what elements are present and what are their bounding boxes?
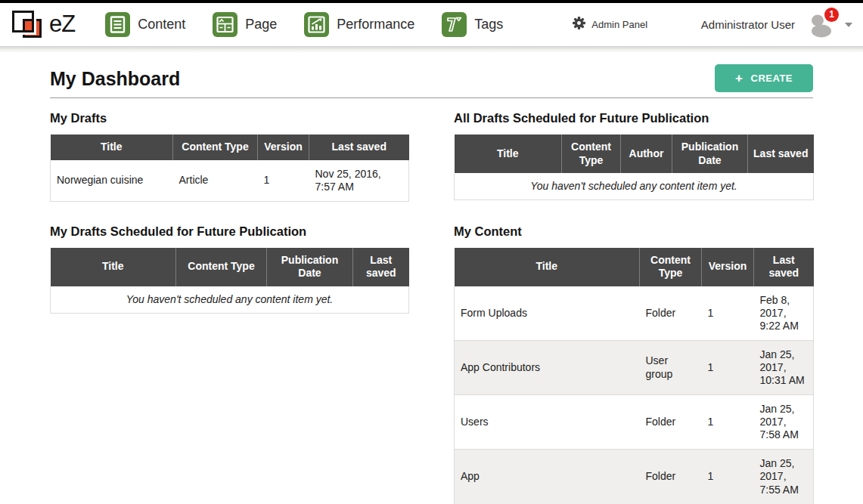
admin-panel-button[interactable]: Admin Panel bbox=[573, 17, 647, 32]
create-button[interactable]: + CREATE bbox=[715, 64, 813, 92]
dashboard-page: My Dashboard + CREATE My Drafts Title Co… bbox=[0, 68, 863, 504]
column-header: Title bbox=[51, 135, 173, 160]
nav-item-performance[interactable]: Performance bbox=[304, 12, 414, 37]
performance-icon bbox=[304, 12, 329, 37]
empty-state-row: You haven't scheduled any content item y… bbox=[455, 173, 814, 200]
dashboard-row-1: My Drafts Title Content Type Version Las… bbox=[50, 111, 813, 202]
column-header: Version bbox=[258, 135, 309, 160]
nav-label-content: Content bbox=[138, 17, 185, 32]
empty-state-row: You haven't scheduled any content item y… bbox=[51, 286, 409, 314]
my-content-section: My Content Title Content Type Version La… bbox=[454, 224, 813, 504]
create-button-label: CREATE bbox=[751, 73, 793, 84]
column-header: Title bbox=[51, 248, 176, 286]
column-header: Last saved bbox=[309, 135, 409, 160]
avatar: 1 bbox=[806, 12, 836, 38]
my-drafts-section: My Drafts Title Content Type Version Las… bbox=[50, 111, 408, 202]
column-header: Title bbox=[455, 248, 640, 286]
gear-icon bbox=[573, 17, 585, 32]
notification-badge[interactable]: 1 bbox=[824, 8, 839, 22]
ez-logo[interactable]: eZ bbox=[12, 10, 75, 40]
tags-icon bbox=[442, 12, 467, 37]
page-title: My Dashboard bbox=[50, 68, 813, 90]
user-menu[interactable]: Administrator User 1 bbox=[701, 12, 852, 38]
my-content-heading: My Content bbox=[454, 224, 813, 239]
content-icon bbox=[105, 12, 130, 37]
cell-content-type: Folder bbox=[640, 286, 702, 341]
column-header: Content Type bbox=[173, 135, 258, 160]
cell-title: Users bbox=[455, 395, 640, 450]
logo-outline-square bbox=[12, 11, 34, 32]
cell-last-saved: Nov 25, 2016, 7:57 AM bbox=[309, 160, 409, 202]
column-header: Content Type bbox=[176, 248, 267, 286]
column-header: Title bbox=[455, 135, 562, 173]
page-icon bbox=[213, 12, 237, 37]
admin-panel-label: Admin Panel bbox=[591, 19, 647, 30]
cell-version: 1 bbox=[702, 340, 754, 394]
table-header-row: Title Content Type Version Last saved bbox=[455, 248, 814, 286]
cell-last-saved: Jan 25, 2017, 7:55 AM bbox=[754, 450, 814, 504]
my-content-table: Title Content Type Version Last saved Fo… bbox=[454, 248, 814, 504]
table-header-row: Title Content Type Publication Date Last… bbox=[51, 248, 409, 286]
cell-version: 1 bbox=[258, 160, 309, 202]
nav-shadow bbox=[0, 46, 863, 53]
plus-icon: + bbox=[735, 73, 743, 83]
my-drafts-heading: My Drafts bbox=[50, 111, 408, 125]
dashboard-row-2: My Drafts Scheduled for Future Publicati… bbox=[50, 224, 813, 504]
nav-item-page[interactable]: Page bbox=[213, 12, 277, 37]
user-name: Administrator User bbox=[701, 18, 795, 31]
ez-logo-icon bbox=[12, 10, 45, 40]
column-header: Last saved bbox=[754, 248, 814, 286]
column-header: Publication Date bbox=[672, 135, 748, 173]
nav-label-tags: Tags bbox=[474, 17, 503, 32]
cell-content-type: User group bbox=[640, 340, 702, 394]
table-row[interactable]: App Contributors User group 1 Jan 25, 20… bbox=[455, 340, 814, 394]
column-header: Author bbox=[621, 135, 672, 173]
table-row[interactable]: App Folder 1 Jan 25, 2017, 7:55 AM bbox=[455, 450, 814, 504]
cell-last-saved: Feb 8, 2017, 9:22 AM bbox=[754, 286, 814, 341]
table-header-row: Title Content Type Author Publication Da… bbox=[455, 135, 814, 173]
top-navigation-bar: eZ Content bbox=[0, 3, 863, 46]
chevron-down-icon bbox=[845, 23, 852, 27]
column-header: Version bbox=[702, 248, 754, 286]
column-header: Last saved bbox=[748, 135, 814, 173]
empty-state-message: You haven't scheduled any content item y… bbox=[51, 286, 409, 314]
table-row[interactable]: Form Uploads Folder 1 Feb 8, 2017, 9:22 … bbox=[455, 286, 814, 341]
cell-content-type: Article bbox=[173, 160, 258, 202]
cell-version: 1 bbox=[702, 395, 754, 450]
table-row[interactable]: Users Folder 1 Jan 25, 2017, 7:58 AM bbox=[455, 395, 814, 450]
cell-version: 1 bbox=[702, 450, 754, 504]
table-row[interactable]: Norwegian cuisine Article 1 Nov 25, 2016… bbox=[51, 160, 409, 202]
nav-label-performance: Performance bbox=[337, 17, 414, 32]
column-header: Publication Date bbox=[267, 248, 353, 286]
column-header: Content Type bbox=[640, 248, 702, 286]
all-drafts-scheduled-heading: All Drafts Scheduled for Future Publicat… bbox=[454, 111, 813, 125]
my-drafts-scheduled-section: My Drafts Scheduled for Future Publicati… bbox=[50, 224, 408, 504]
logo-text: eZ bbox=[49, 11, 75, 38]
cell-title: App Contributors bbox=[455, 340, 640, 394]
my-drafts-table: Title Content Type Version Last saved No… bbox=[50, 135, 409, 202]
cell-title: App bbox=[455, 450, 640, 504]
nav-item-tags[interactable]: Tags bbox=[442, 12, 503, 37]
cell-last-saved: Jan 25, 2017, 10:31 AM bbox=[754, 340, 814, 394]
cell-last-saved: Jan 25, 2017, 7:58 AM bbox=[754, 395, 814, 450]
nav-item-content[interactable]: Content bbox=[105, 12, 185, 37]
my-drafts-scheduled-table: Title Content Type Publication Date Last… bbox=[50, 248, 409, 314]
nav-items: Content Page bbox=[105, 12, 503, 37]
all-drafts-scheduled-section: All Drafts Scheduled for Future Publicat… bbox=[454, 111, 813, 202]
table-header-row: Title Content Type Version Last saved bbox=[51, 135, 409, 160]
column-header: Content Type bbox=[562, 135, 621, 173]
cell-version: 1 bbox=[702, 286, 754, 341]
all-drafts-scheduled-table: Title Content Type Author Publication Da… bbox=[454, 135, 814, 200]
cell-title: Form Uploads bbox=[455, 286, 640, 341]
cell-title: Norwegian cuisine bbox=[51, 160, 173, 202]
cell-content-type: Folder bbox=[640, 450, 702, 504]
empty-state-message: You haven't scheduled any content item y… bbox=[455, 173, 814, 200]
page-header: My Dashboard + CREATE bbox=[50, 68, 813, 98]
nav-label-page: Page bbox=[245, 17, 277, 32]
my-drafts-scheduled-heading: My Drafts Scheduled for Future Publicati… bbox=[50, 224, 408, 239]
cell-content-type: Folder bbox=[640, 395, 702, 450]
column-header: Last saved bbox=[353, 248, 409, 286]
